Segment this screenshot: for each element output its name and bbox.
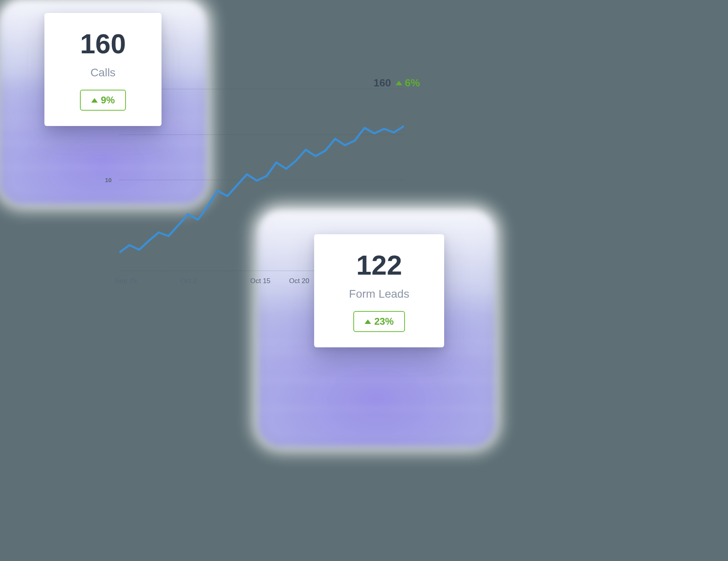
up-arrow-icon xyxy=(365,319,371,324)
calls-delta-badge: 9% xyxy=(80,90,126,111)
up-arrow-icon xyxy=(91,98,98,103)
stat-card-calls: 160 Calls 9% xyxy=(44,13,162,126)
y-axis-tick: 10 xyxy=(105,176,112,183)
x-axis-tick: Oct 15 xyxy=(250,277,271,285)
calls-value: 160 xyxy=(57,30,149,57)
calls-label: Calls xyxy=(57,66,149,79)
annotation-delta: 6% xyxy=(396,77,420,89)
chart-end-annotation: 160 6% xyxy=(373,77,420,89)
calls-delta-text: 9% xyxy=(101,95,115,106)
up-arrow-icon xyxy=(396,81,402,85)
form-leads-delta-text: 23% xyxy=(374,316,394,327)
form-leads-label: Form Leads xyxy=(326,288,432,300)
form-leads-value: 122 xyxy=(326,251,432,279)
annotation-value: 160 xyxy=(373,77,391,89)
dashboard-canvas: 10 Sep 25 Oct 2 Oct 15 Oct 20 160 6% 160… xyxy=(0,0,499,509)
form-leads-delta-badge: 23% xyxy=(353,311,405,332)
x-axis-tick: Oct 20 xyxy=(289,277,309,285)
stat-card-form-leads: 122 Form Leads 23% xyxy=(314,234,444,347)
x-axis-tick: Sep 25 xyxy=(115,277,137,285)
annotation-delta-text: 6% xyxy=(405,77,420,89)
x-axis-tick: Oct 2 xyxy=(180,277,197,285)
